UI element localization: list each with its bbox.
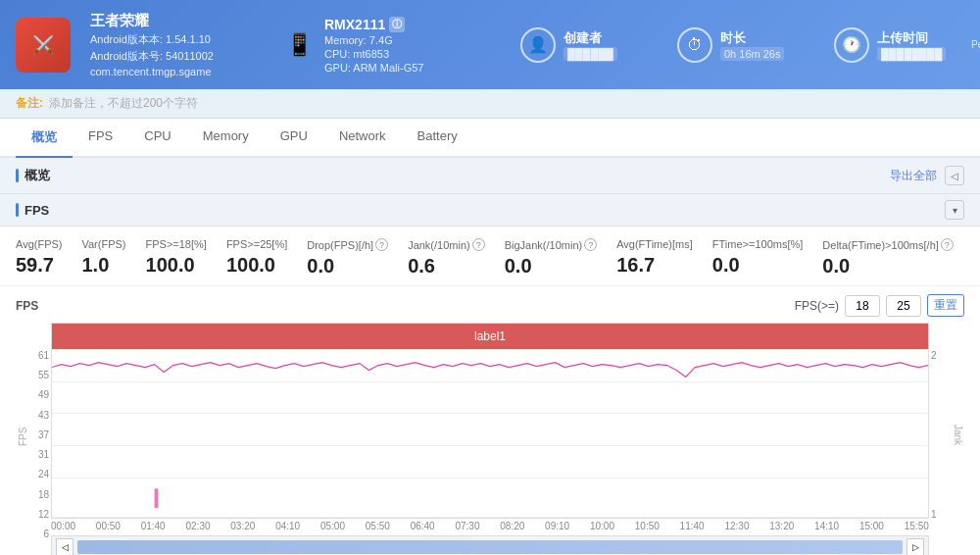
stat-var-fps-value: 1.0: [81, 254, 125, 277]
stat-fps-25-label: FPS>=25[%]: [226, 238, 287, 250]
app-icon: ⚔️: [16, 18, 71, 73]
timeline-nav[interactable]: ◁ ▷: [51, 535, 929, 555]
label1-band: label1: [52, 324, 928, 349]
stat-ftime-100-label: FTime>=100ms[%]: [712, 238, 804, 250]
tab-overview[interactable]: 概览: [16, 119, 73, 158]
drop-fps-help-icon[interactable]: ?: [375, 238, 388, 251]
device-cpu: CPU: mt6853: [324, 48, 481, 60]
fps-polyline: [52, 363, 928, 378]
device-gpu: GPU: ARM Mali-G57: [324, 62, 481, 74]
upload-value: ████████: [877, 47, 946, 61]
stat-ftime-100: FTime>=100ms[%] 0.0: [712, 238, 823, 278]
stat-delta-ftime-label: Delta(FTime)>100ms[/h] ?: [822, 238, 954, 251]
fps-chart-area: FPS FPS(>=) 重置 FPS 61 55 49 43 37 31: [0, 286, 980, 555]
tab-memory[interactable]: Memory: [187, 119, 265, 158]
data-source: 数据由PerfDog(4.1.200708)版本收集: [971, 25, 980, 64]
stat-drop-fps: Drop(FPS)[/h] ? 0.0: [307, 238, 408, 278]
stat-var-fps-label: Var(FPS): [81, 238, 125, 250]
reset-button[interactable]: 重置: [927, 294, 964, 317]
duration-text: 时长 0h 16m 26s: [720, 29, 784, 61]
stat-jank-label: Jank(/10min) ?: [408, 238, 485, 251]
main-chart: label1: [51, 323, 929, 555]
duration-value: 0h 16m 26s: [720, 47, 784, 61]
creator-value: ██████: [564, 47, 617, 61]
fps-stats-row: Avg(FPS) 59.7 Var(FPS) 1.0 FPS>=18[%] 10…: [0, 227, 980, 286]
stat-jank-value: 0.6: [408, 255, 485, 278]
tab-cpu[interactable]: CPU: [128, 119, 186, 158]
tab-bar: 概览 FPS CPU Memory GPU Network Battery: [0, 119, 980, 158]
upload-icon: 🕐: [834, 27, 869, 63]
fps-chart-svg: [52, 324, 928, 518]
device-icon: 📱: [286, 32, 313, 58]
duration-label: 时长: [720, 29, 784, 47]
creator-stat: 👤 创建者 ██████: [520, 27, 638, 63]
creator-icon: 👤: [520, 27, 556, 63]
timeline-right-btn[interactable]: ▷: [906, 538, 924, 555]
jank-help-icon[interactable]: ?: [472, 238, 485, 251]
stat-delta-ftime-value: 0.0: [822, 255, 954, 278]
fps-title: FPS: [16, 203, 49, 218]
overview-section-header: 概览 导出全部 ◁: [0, 158, 980, 194]
stat-avg-ftime-value: 16.7: [616, 254, 693, 277]
creator-label: 创建者: [564, 29, 617, 47]
timeline-left-btn[interactable]: ◁: [56, 538, 74, 555]
app-info: 王者荣耀 Android版本本: 1.54.1.10 Android版本号: 5…: [90, 12, 247, 77]
tab-fps[interactable]: FPS: [73, 119, 128, 158]
upload-stat: 🕐 上传时间 ████████: [834, 27, 952, 63]
overview-title: 概览: [16, 167, 50, 184]
device-info: RMX2111 ⓘ Memory: 7.4G CPU: mt6853 GPU: …: [324, 17, 481, 74]
stat-delta-ftime: Delta(FTime)>100ms[/h] ? 0.0: [822, 238, 973, 278]
tab-network[interactable]: Network: [323, 119, 402, 158]
stat-avg-fps-label: Avg(FPS): [16, 238, 62, 250]
device-badge: ⓘ: [389, 17, 405, 32]
android-version1: Android版本本: 1.54.1.10: [90, 32, 247, 47]
stat-fps-18-label: FPS>=18[%]: [146, 238, 207, 250]
annotation-placeholder[interactable]: 添加备注，不超过200个字符: [49, 95, 198, 112]
duration-icon: ⏱: [677, 27, 712, 63]
right-axis-wrapper: 2 1 Jank: [929, 323, 964, 555]
jank-y-axis-ticks: 2 1: [929, 323, 951, 555]
creator-text: 创建者 ██████: [564, 29, 617, 61]
fps-y-axis-ticks: 61 55 49 43 37 31 24 18 12 6: [29, 323, 51, 555]
bigjank-help-icon[interactable]: ?: [584, 238, 597, 251]
jank-bar-1: [155, 488, 159, 508]
tab-battery[interactable]: Battery: [402, 119, 473, 158]
stat-fps-18: FPS>=18[%] 100.0: [146, 238, 226, 278]
tab-gpu[interactable]: GPU: [265, 119, 323, 158]
chart-with-axes: FPS 61 55 49 43 37 31 24 18 12 6: [16, 323, 964, 555]
stat-avg-fps: Avg(FPS) 59.7: [16, 238, 81, 278]
timeline-track[interactable]: [77, 540, 903, 554]
fps-threshold1-input[interactable]: [845, 295, 880, 317]
stat-avg-fps-value: 59.7: [16, 254, 62, 277]
stat-avg-ftime-label: Avg(FTime)[ms]: [616, 238, 693, 250]
export-button[interactable]: 导出全部: [890, 168, 937, 184]
device-name: RMX2111 ⓘ: [324, 17, 481, 32]
stat-fps-18-value: 100.0: [146, 254, 207, 277]
fps-section: FPS ▾ Avg(FPS) 59.7 Var(FPS) 1.0 FPS>=18…: [0, 194, 980, 555]
stat-drop-fps-label: Drop(FPS)[/h] ?: [307, 238, 388, 251]
stat-ftime-100-value: 0.0: [712, 254, 804, 277]
device-section: 📱 RMX2111 ⓘ Memory: 7.4G CPU: mt6853 GPU…: [286, 17, 481, 74]
chart-label: FPS: [16, 299, 38, 313]
app-header: ⚔️ 王者荣耀 Android版本本: 1.54.1.10 Android版本号…: [0, 0, 980, 89]
device-memory: Memory: 7.4G: [324, 34, 481, 46]
stat-fps-25: FPS>=25[%] 100.0: [226, 238, 307, 278]
fps-collapse-button[interactable]: ▾: [945, 200, 964, 220]
jank-y-axis-label: Jank: [951, 323, 964, 555]
app-package: com.tencent.tmgp.sgame: [90, 66, 247, 77]
fps-threshold2-input[interactable]: [886, 295, 921, 317]
android-version2: Android版本号: 54011002: [90, 49, 247, 64]
upload-label: 上传时间: [877, 29, 946, 47]
collapse-button[interactable]: ◁: [945, 166, 964, 185]
fps-y-axis-label: FPS: [16, 323, 29, 555]
stat-bigjank: BigJank(/10min) ? 0.0: [505, 238, 616, 278]
stat-var-fps: Var(FPS) 1.0: [81, 238, 145, 278]
stat-fps-25-value: 100.0: [226, 254, 287, 277]
stat-bigjank-value: 0.0: [505, 255, 597, 278]
x-axis: 00:00 00:50 01:40 02:30 03:20 04:10 05:0…: [51, 519, 929, 533]
timeline-thumb[interactable]: [77, 540, 903, 554]
delta-ftime-help-icon[interactable]: ?: [941, 238, 954, 251]
fps-controls: FPS(>=) 重置: [795, 294, 964, 317]
stat-drop-fps-value: 0.0: [307, 255, 388, 278]
chart-container[interactable]: label1: [51, 323, 929, 519]
